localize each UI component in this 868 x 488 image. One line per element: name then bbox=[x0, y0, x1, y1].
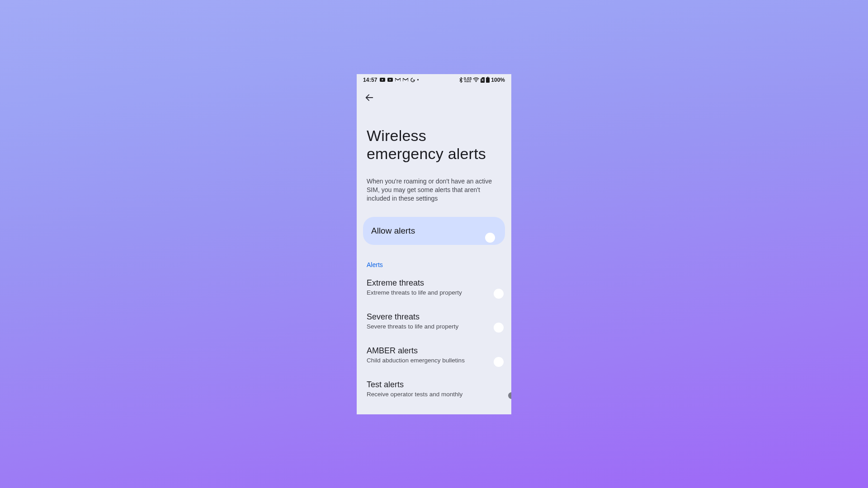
app-bar bbox=[357, 86, 511, 105]
amber-alerts-row[interactable]: AMBER alerts Child abduction emergency b… bbox=[357, 338, 511, 372]
battery-icon bbox=[486, 77, 490, 83]
youtube-icon-2 bbox=[387, 78, 393, 82]
allow-alerts-label: Allow alerts bbox=[371, 226, 415, 236]
section-header-alerts: Alerts bbox=[357, 245, 511, 270]
gmail-icon-2 bbox=[403, 78, 408, 82]
row-subtitle: Extreme threats to life and property bbox=[367, 289, 500, 297]
page-info: When you're roaming or don't have an act… bbox=[357, 163, 511, 203]
bluetooth-icon bbox=[459, 77, 462, 83]
row-title: Test alerts bbox=[367, 380, 500, 389]
google-icon bbox=[410, 78, 415, 82]
svg-point-2 bbox=[476, 81, 476, 82]
page-title: Wireless emergency alerts bbox=[367, 127, 501, 163]
alert-rows: Extreme threats Extreme threats to life … bbox=[357, 270, 511, 406]
row-subtitle: Child abduction emergency bulletins bbox=[367, 357, 500, 365]
arrow-left-icon bbox=[364, 93, 374, 104]
row-subtitle: Severe threats to life and property bbox=[367, 323, 500, 331]
status-time: 14:57 bbox=[363, 77, 377, 83]
wifi-icon bbox=[473, 77, 479, 82]
battery-text: 100% bbox=[491, 77, 505, 83]
severe-threats-row[interactable]: Severe threats Severe threats to life an… bbox=[357, 304, 511, 338]
extreme-threats-row[interactable]: Extreme threats Extreme threats to life … bbox=[357, 270, 511, 304]
status-bar: 14:57 • 0.03 KB/S bbox=[357, 74, 511, 86]
allow-alerts-row[interactable]: Allow alerts bbox=[363, 217, 505, 245]
row-subtitle: Receive operator tests and monthly bbox=[367, 390, 500, 399]
more-notifications-icon: • bbox=[417, 78, 419, 82]
net-speed: 0.03 KB/S bbox=[464, 77, 472, 82]
sim-icon bbox=[481, 77, 485, 83]
youtube-icon bbox=[380, 78, 385, 82]
svg-rect-4 bbox=[486, 78, 490, 83]
row-title: AMBER alerts bbox=[367, 346, 500, 356]
test-alerts-row[interactable]: Test alerts Receive operator tests and m… bbox=[357, 372, 511, 406]
row-title: Extreme threats bbox=[367, 278, 500, 288]
back-button[interactable] bbox=[363, 92, 376, 105]
gmail-icon bbox=[395, 78, 401, 82]
svg-rect-3 bbox=[487, 77, 489, 78]
phone-frame: 14:57 • 0.03 KB/S bbox=[357, 74, 511, 414]
row-title: Severe threats bbox=[367, 312, 500, 322]
